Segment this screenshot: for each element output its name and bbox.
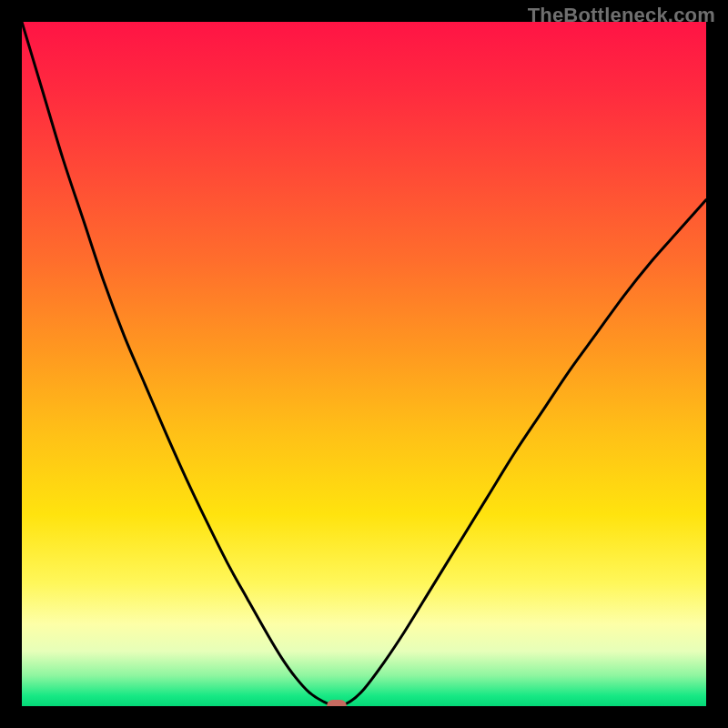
plot-area: [22, 22, 706, 706]
chart-frame: TheBottleneck.com: [0, 0, 728, 728]
watermark-text: TheBottleneck.com: [528, 4, 715, 27]
bottleneck-curve: [22, 22, 706, 706]
optimum-marker: [327, 700, 347, 706]
